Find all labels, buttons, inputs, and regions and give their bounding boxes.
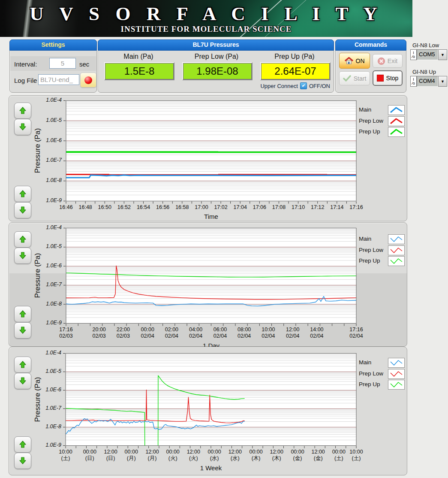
commands-panel: Commands ON Exit Start — [335, 39, 406, 93]
on-button[interactable]: ON — [339, 53, 370, 69]
pressures-panel: BL7U Pressures Main (Pa) Prep Low (Pa) P… — [98, 39, 334, 93]
y-tick-label: 1.0E-7 — [34, 281, 62, 287]
gi-n8-low-label: GI-N8 Low — [412, 42, 439, 48]
legend-line-icon-prep_low[interactable] — [388, 245, 405, 255]
upper-connect-label: Upper Connect — [260, 83, 298, 89]
x-axis-title: Time — [66, 213, 356, 220]
chart-panel-1: Pressure (Pa)1.0E-41.0E-51.0E-61.0E-71.0… — [9, 95, 407, 221]
legend-label-main: Main — [359, 236, 371, 242]
scale-down-button[interactable] — [14, 119, 31, 135]
scale-up-button[interactable] — [14, 186, 31, 202]
y-tick-label: 1.0E-5 — [34, 117, 62, 123]
settings-panel: Settings Interval: sec Log File : — [9, 39, 97, 93]
x-tick-label: 10:0002/04 — [255, 327, 282, 339]
scale-down-button[interactable] — [14, 373, 31, 389]
arrow-down-icon — [18, 123, 27, 131]
on-button-label: ON — [356, 57, 365, 64]
uvsor-monitor-window: { "header": { "title": "U V S O R F A C … — [0, 0, 448, 478]
start-button[interactable]: Start — [339, 71, 370, 85]
record-button[interactable] — [80, 73, 96, 88]
dropdown-arrow-icon: ▼ — [441, 53, 445, 57]
y-tick-label: 1.0E-6 — [34, 387, 61, 393]
legend-line-icon-main[interactable] — [388, 358, 405, 368]
legend-label-prep_up: Prep Up — [359, 257, 380, 264]
arrow-up-icon — [18, 190, 27, 198]
legend-line-icon-prep_low[interactable] — [388, 116, 405, 126]
arrow-down-icon — [18, 377, 27, 385]
facility-subtitle: INSTITUTE FOR MOLECULAR SCIENCE — [0, 24, 412, 34]
x-tick-label: 17:16 — [343, 204, 370, 211]
arrow-up-icon — [18, 360, 27, 369]
arrow-up-icon — [18, 106, 27, 115]
logfile-input[interactable] — [38, 74, 79, 85]
gauge-value-prep-low: 1.98E-08 — [182, 62, 253, 80]
y-tick-label: 1.0E-4 — [34, 97, 62, 103]
legend-label-main: Main — [359, 359, 371, 366]
x-tick-label: 02:0002/04 — [158, 327, 185, 339]
x-tick-label: 20:0002/03 — [85, 327, 113, 339]
x-tick-label: 04:0002/04 — [182, 327, 210, 339]
x-tick-label: 10:00(土) — [343, 449, 370, 462]
chart-plot — [63, 100, 357, 204]
legend-line-icon-prep_up[interactable] — [388, 127, 405, 137]
stop-button-label: Stop — [386, 75, 399, 82]
start-check-icon — [343, 75, 351, 82]
gi-n8-up-com-value[interactable]: COM4 — [417, 76, 438, 87]
stop-button[interactable]: Stop — [373, 70, 403, 86]
legend-label-prep_up: Prep Up — [359, 128, 380, 135]
arrow-up-icon — [18, 310, 27, 318]
y-tick-label: 1.0E-7 — [34, 405, 61, 411]
home-icon — [345, 57, 353, 64]
interval-input[interactable] — [49, 58, 76, 69]
gauge-label-prep-up: Prep Up (Pa) — [260, 53, 329, 61]
legend-label-prep_low: Prep Low — [359, 370, 383, 377]
gi-n8-low-com-dropdown-button[interactable]: ▼ — [438, 49, 447, 60]
arrow-down-icon — [18, 206, 27, 215]
logfile-label: Log File : — [14, 77, 41, 84]
pressures-panel-title: BL7U Pressures — [98, 39, 334, 51]
x-tick-label: 10:00(土) — [52, 449, 79, 462]
y-tick-label: 1.0E-5 — [34, 243, 62, 249]
facility-title: U V S O R F A C I L I T Y — [0, 3, 412, 25]
legend-line-icon-prep_up[interactable] — [388, 256, 405, 266]
scale-up-button[interactable] — [14, 306, 31, 322]
y-tick-label: 1.0E-8 — [34, 301, 62, 307]
upper-connect-checkbox[interactable]: ✔ — [300, 82, 307, 89]
io-icon: I⁄o — [410, 49, 417, 60]
settings-panel-title: Settings — [9, 39, 97, 51]
gi-n8-low-com-value[interactable]: COM5 — [417, 49, 438, 60]
scale-down-button[interactable] — [14, 322, 31, 339]
legend-label-prep_low: Prep Low — [359, 118, 383, 124]
commands-panel-title: Commands — [335, 39, 406, 51]
scale-up-button[interactable] — [14, 231, 31, 248]
scale-down-button[interactable] — [14, 202, 31, 218]
gi-n8-up-com-selector: I⁄o COM4 ▼ — [410, 76, 447, 87]
start-button-label: Start — [354, 75, 367, 82]
x-tick-label: 06:0002/04 — [206, 327, 234, 339]
legend-label-main: Main — [359, 106, 371, 113]
arrow-down-icon — [18, 326, 27, 335]
scale-up-button[interactable] — [14, 436, 31, 453]
y-tick-label: 1.0E-8 — [34, 424, 61, 430]
scale-down-button[interactable] — [14, 453, 31, 469]
arrow-down-icon — [18, 251, 27, 260]
legend-line-icon-main[interactable] — [388, 234, 405, 244]
scale-up-button[interactable] — [14, 103, 31, 119]
x-tick-label: 08:0002/04 — [231, 327, 258, 339]
stop-square-icon — [377, 75, 384, 82]
y-tick-label: 1.0E-6 — [34, 263, 62, 269]
gi-n8-low-com-selector: I⁄o COM5 ▼ — [410, 49, 447, 60]
exit-button[interactable]: Exit — [373, 54, 403, 68]
scale-down-button[interactable] — [14, 248, 31, 264]
interval-unit-label: sec — [79, 61, 89, 68]
gi-n8-up-com-dropdown-button[interactable]: ▼ — [438, 76, 447, 87]
gauge-value-prep-up: 2.64E-07 — [260, 62, 331, 80]
scale-up-button[interactable] — [14, 357, 31, 373]
x-tick-label: 00:0002/04 — [134, 327, 161, 339]
legend-line-icon-main[interactable] — [388, 105, 405, 115]
x-tick-label: 17:1602/03 — [52, 327, 80, 339]
exit-button-label: Exit — [388, 57, 397, 64]
legend-line-icon-prep_up[interactable] — [388, 380, 405, 390]
legend-line-icon-prep_low[interactable] — [388, 369, 405, 379]
x-tick-label: 22:0002/03 — [109, 327, 137, 339]
